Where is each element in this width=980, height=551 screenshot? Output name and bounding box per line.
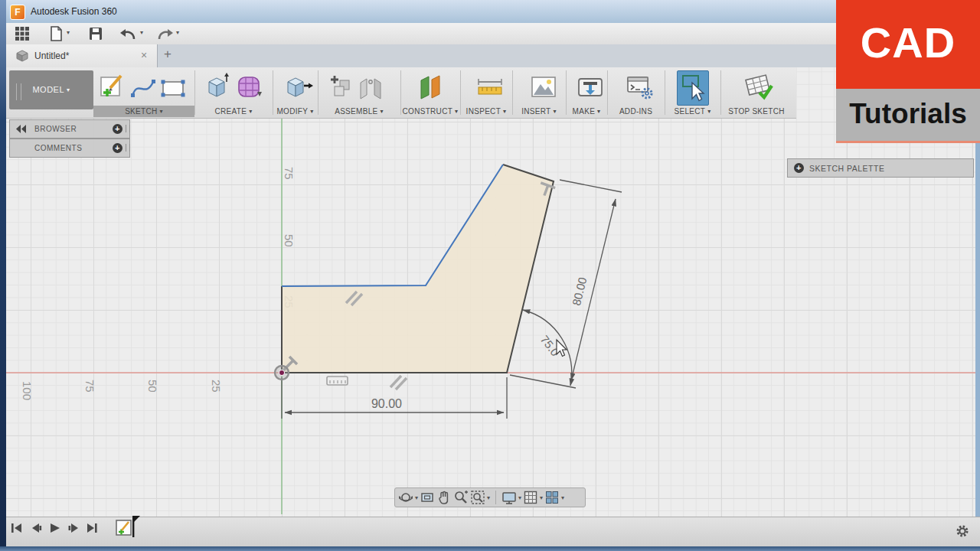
panel-grip[interactable] [126, 125, 130, 132]
redo-icon[interactable] [156, 26, 175, 41]
browser-panel-title: BROWSER [34, 125, 77, 133]
caret-down-icon: ▾ [160, 108, 163, 115]
x-axis-tick: 25 [210, 380, 223, 393]
caret-down-icon[interactable]: ▾ [487, 494, 490, 501]
spline-tool-button[interactable] [130, 77, 156, 99]
timeline-skip-end-button[interactable] [86, 523, 98, 533]
timeline-skip-start-button[interactable] [11, 523, 23, 533]
toolbar-separator [495, 491, 496, 504]
caret-down-icon: ▾ [707, 108, 710, 115]
new-tab-button[interactable]: + [164, 47, 172, 62]
document-tab-bar: Untitled* × + [6, 44, 980, 67]
y-axis-tick: 50 [283, 234, 296, 247]
sketch-drawing: 100 75 50 25 75 50 25 90.00 80.00 75.0 [6, 67, 980, 548]
rectangle-tool-button[interactable] [159, 77, 187, 99]
origin-point[interactable] [275, 366, 289, 380]
app-grid-icon[interactable] [14, 25, 31, 42]
sketch-palette-header[interactable]: + SKETCH PALETTE [787, 158, 974, 178]
cad-tutorials-watermark: CAD Tutorials [836, 0, 980, 143]
stop-sketch-label[interactable]: STOP SKETCH [721, 106, 792, 117]
caret-down-icon: ▾ [553, 108, 556, 115]
browser-panel-header[interactable]: BROWSER + [9, 119, 130, 139]
document-cube-icon [15, 49, 29, 63]
dim-width-label[interactable]: 90.00 [371, 397, 402, 410]
timeline-step-back-button[interactable] [31, 523, 43, 533]
timeline-step-forward-button[interactable] [67, 523, 80, 533]
timeline-bar [0, 517, 980, 547]
caret-down-icon[interactable]: ▾ [518, 494, 521, 501]
zoom-icon[interactable] [453, 490, 469, 505]
create-sketch-button[interactable] [97, 72, 126, 101]
x-axis-tick: 100 [21, 381, 34, 400]
comments-panel-title: COMMENTS [34, 144, 82, 152]
panel-grip[interactable] [126, 144, 130, 152]
caret-down-icon[interactable]: ▾ [140, 29, 143, 36]
workspace-selector[interactable]: MODEL▾ [9, 70, 93, 109]
display-settings-icon[interactable] [501, 490, 517, 505]
collapse-left-icon[interactable] [16, 125, 27, 133]
caret-down-icon[interactable]: ▾ [540, 494, 543, 501]
ribbon-group-make[interactable]: MAKE▾ [567, 106, 606, 117]
quick-access-toolbar: ▾ ▾ ▾ [6, 23, 980, 45]
caret-down-icon: ▾ [310, 108, 313, 115]
toolbar-grip [16, 83, 21, 100]
expand-plus-icon[interactable]: + [113, 143, 122, 153]
insert-image-button[interactable] [530, 74, 557, 100]
make-3d-print-button[interactable] [577, 74, 604, 100]
caret-down-icon[interactable]: ▾ [415, 494, 418, 501]
ribbon-group-sketch[interactable]: SKETCH▾ [93, 106, 194, 117]
stop-sketch-button[interactable] [743, 71, 776, 103]
ribbon-group-modify[interactable]: MODIFY▾ [273, 106, 317, 117]
viewports-icon[interactable] [544, 490, 560, 505]
add-ins-button[interactable] [626, 75, 654, 101]
create-solid-button[interactable] [204, 73, 231, 102]
ribbon-group-create[interactable]: CREATE▾ [195, 106, 272, 117]
caret-down-icon: ▾ [503, 108, 506, 115]
timeline-sketch-feature[interactable] [115, 513, 142, 540]
dim-length-label[interactable]: 80.00 [570, 276, 590, 307]
expand-plus-icon[interactable]: + [794, 163, 804, 173]
ribbon-group-select[interactable]: SELECT▾ [665, 106, 720, 117]
timeline-play-button[interactable] [49, 523, 61, 533]
horizontal-dim-constraint-icon[interactable] [327, 377, 348, 385]
caret-down-icon: ▾ [597, 108, 600, 115]
caret-down-icon: ▾ [380, 108, 383, 115]
caret-down-icon[interactable]: ▾ [67, 29, 70, 36]
joint-button[interactable] [358, 75, 384, 101]
caret-down-icon[interactable]: ▾ [176, 29, 179, 36]
grid-snap-icon[interactable] [523, 490, 538, 505]
save-icon[interactable] [87, 25, 104, 42]
caret-down-icon[interactable]: ▾ [561, 494, 564, 501]
ribbon-group-inspect[interactable]: INSPECT▾ [461, 106, 511, 117]
caret-down-icon: ▾ [67, 86, 70, 93]
expand-plus-icon[interactable]: + [113, 124, 122, 134]
tab-untitled[interactable]: Untitled* × [6, 44, 158, 67]
construct-plane-button[interactable] [416, 73, 444, 101]
title-bar[interactable]: F Autodesk Fusion 360 [0, 0, 980, 24]
undo-icon[interactable] [119, 26, 137, 41]
orbit-icon[interactable] [398, 490, 413, 505]
y-axis-tick: 75 [283, 167, 296, 180]
caret-down-icon: ▾ [249, 108, 252, 115]
sketch-profile[interactable] [282, 165, 554, 373]
parallel-constraint-icon[interactable] [390, 376, 407, 390]
create-form-button[interactable] [236, 73, 263, 101]
measure-button[interactable] [475, 77, 505, 99]
ribbon-group-assemble[interactable]: ASSEMBLE▾ [318, 106, 400, 117]
tab-close-icon[interactable]: × [141, 49, 147, 61]
press-pull-button[interactable] [283, 73, 314, 102]
select-tool-button[interactable] [677, 70, 709, 106]
settings-gear-icon[interactable] [956, 524, 969, 538]
pan-hand-icon[interactable] [436, 490, 452, 505]
ribbon-group-insert[interactable]: INSERT▾ [513, 106, 565, 117]
ribbon-group-construct[interactable]: CONSTRUCT▾ [401, 106, 459, 117]
look-at-icon[interactable] [420, 490, 435, 505]
comments-panel-header[interactable]: COMMENTS + [9, 139, 130, 158]
file-menu-icon[interactable] [47, 25, 64, 42]
fit-view-icon[interactable] [470, 490, 485, 505]
x-axis-tick: 50 [146, 380, 159, 393]
watermark-underline [836, 141, 980, 143]
ribbon-group-add-ins[interactable]: ADD-INS [608, 106, 664, 117]
new-component-button[interactable] [328, 73, 354, 101]
ribbon-toolbar: MODEL▾ [6, 67, 796, 119]
